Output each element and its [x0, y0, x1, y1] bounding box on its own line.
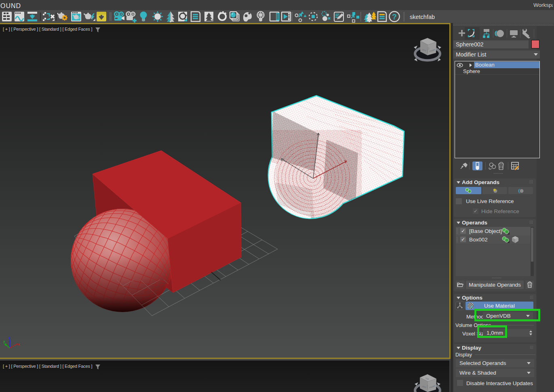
- svg-text:sketchfab: sketchfab: [410, 14, 435, 20]
- svg-text:y: y: [3, 340, 5, 344]
- svg-text:z: z: [8, 336, 11, 340]
- svg-text:?: ?: [392, 13, 397, 21]
- svg-text:x: x: [18, 342, 20, 346]
